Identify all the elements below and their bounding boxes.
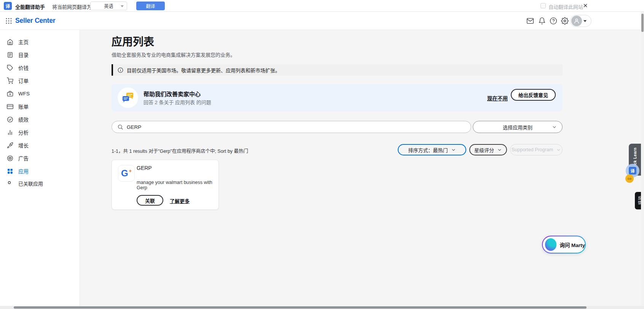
ask-marty-label: 询问 Marty — [560, 241, 585, 249]
chat-bubbles-icon — [118, 87, 138, 108]
close-icon[interactable]: ✕ — [582, 2, 589, 10]
feedback-title: 帮助我们改善卖家中心 — [143, 90, 201, 98]
sidebar-item-performance[interactable]: 绩效 — [0, 113, 80, 126]
price-tag-icon — [7, 65, 13, 71]
sidebar-item-label: 增长 — [18, 141, 29, 149]
sidebar-item-growth[interactable]: 增长 — [0, 139, 80, 152]
gear-icon[interactable] — [561, 17, 569, 25]
apps-icon — [7, 168, 13, 174]
vertical-scrollbar-thumb[interactable] — [641, 14, 644, 32]
category-dropdown-label: 选择应用类别 — [503, 124, 532, 131]
catalog-icon — [7, 52, 13, 58]
sidebar-item-ads[interactable]: 广告 — [0, 152, 80, 165]
sidebar-item-label: 订单 — [18, 77, 29, 84]
search-input[interactable] — [127, 121, 471, 133]
sidebar-item-label: 绩效 — [18, 116, 29, 123]
vertical-scrollbar[interactable] — [641, 12, 644, 306]
gauge-icon — [7, 116, 13, 123]
learn-more-link[interactable]: 了解更多 — [170, 197, 190, 204]
connect-button[interactable]: 关联 — [137, 195, 163, 206]
sidebar-item-label: 应用 — [18, 167, 29, 175]
account-menu[interactable] — [570, 15, 591, 27]
sidebar-item-home[interactable]: 主页 — [0, 35, 80, 48]
sidebar-item-label: 价钱 — [18, 64, 29, 71]
ask-marty-button[interactable]: 询问 Marty — [542, 236, 586, 254]
sidebar-item-label: 账单 — [18, 103, 29, 110]
gerp-logo: G + — [118, 165, 135, 182]
sort-dropdown-label: 排序方式：最热门 — [408, 146, 448, 154]
translate-target-label: 将当前网页翻译为: — [52, 3, 93, 10]
sort-dropdown[interactable]: 排序方式：最热门 — [398, 144, 466, 155]
horizontal-scrollbar[interactable] — [0, 306, 644, 309]
page-title: 应用列表 — [112, 33, 154, 49]
language-select[interactable]: 英语 — [90, 2, 127, 10]
avatar — [571, 16, 582, 26]
app-search — [112, 121, 471, 133]
sidebar-item-analytics[interactable]: 分析 — [0, 126, 80, 139]
chevron-down-icon — [451, 147, 456, 152]
sidebar-item-pricing[interactable]: 价钱 — [0, 61, 80, 74]
sidebar-item-label: 广告 — [18, 154, 29, 162]
caret-down-icon — [583, 20, 587, 22]
horizontal-scrollbar-thumb[interactable] — [14, 306, 587, 309]
help-icon[interactable] — [550, 17, 557, 25]
chevron-down-icon — [556, 147, 561, 152]
notice-text: 目前仅适用于美国市场。敬请留意更多更新、应用列表和新市场扩张。 — [127, 67, 280, 74]
sidebar-item-catalog[interactable]: 目录 — [0, 48, 80, 61]
chevron-down-icon — [497, 147, 502, 152]
coin-badge[interactable]: co — [625, 174, 634, 183]
sidebar-item-billing[interactable]: 账单 — [0, 100, 80, 113]
gerp-logo-glyph: G — [121, 168, 128, 179]
info-icon — [118, 67, 123, 73]
sidebar-item-wfs[interactable]: WFS — [0, 87, 80, 100]
sidebar-item-label: 分析 — [18, 128, 29, 136]
sidebar-item-orders[interactable]: 订单 — [0, 74, 80, 87]
search-icon — [117, 124, 123, 130]
app-card-gerp: G + GERP manage your walmart business wi… — [112, 160, 219, 210]
sidebar-item-label: 已关联应用 — [18, 180, 43, 187]
app-name: GERP — [137, 165, 152, 171]
sidebar: 主页 目录 价钱 订单 WFS 账单 绩效 分析 — [0, 30, 80, 306]
feedback-card: 帮助我们改善卖家中心 回答 2 条关于 应用列表 的问题 现在不用 给出反馈意见 — [112, 84, 563, 111]
marty-orb-icon — [545, 238, 556, 251]
caret-down-icon — [121, 5, 124, 7]
seller-center-header: Seller Center — [0, 12, 644, 30]
translate-logo-icon: 译 — [4, 2, 12, 10]
circle-icon — [7, 180, 13, 187]
target-icon — [7, 155, 13, 162]
apps-grid-icon[interactable] — [5, 17, 12, 24]
supported-program-label: Supported Program — [512, 147, 553, 152]
notice-banner: 目前仅适用于美国市场。敬请留意更多更新、应用列表和新市场扩张。 — [112, 64, 563, 76]
page: 译 全能翻译助手 将当前网页翻译为: 英语 翻译 自动翻译此网站 ✕ Selle… — [0, 0, 644, 309]
app-description: manage your walmart business with Gerp — [137, 180, 218, 190]
translate-toolbar-title: 全能翻译助手 — [15, 3, 45, 10]
bell-icon[interactable] — [538, 17, 546, 25]
brand-logo[interactable]: Seller Center — [15, 17, 55, 25]
rocket-icon — [7, 142, 13, 149]
supported-program-dropdown: Supported Program — [510, 144, 563, 155]
gerp-logo-plus: + — [129, 168, 132, 174]
feedback-dismiss-link[interactable]: 现在不用 — [487, 94, 508, 102]
category-dropdown[interactable]: 选择应用类别 — [473, 121, 563, 133]
billing-card-icon — [7, 103, 13, 110]
translate-float-icon: 译 — [629, 167, 636, 174]
chevron-down-icon — [552, 125, 557, 130]
page-subtitle: 借助全套服务及专业的电商集成解决方案发展您的业务。 — [112, 51, 235, 58]
rating-dropdown[interactable]: 星级评分 — [469, 144, 507, 155]
give-feedback-button[interactable]: 给出反馈意见 — [511, 89, 556, 101]
sidebar-item-label: 目录 — [18, 51, 29, 59]
auto-translate-label: 自动翻译此网站 — [548, 3, 583, 10]
box-icon — [7, 90, 13, 97]
sidebar-item-apps[interactable]: 应用 — [0, 165, 80, 177]
cart-icon — [7, 78, 13, 84]
mail-icon[interactable] — [526, 17, 534, 25]
home-icon — [7, 39, 13, 45]
auto-translate-checkbox[interactable] — [540, 3, 546, 8]
bar-chart-icon — [7, 129, 13, 136]
language-value: 英语 — [104, 3, 113, 9]
sidebar-item-connected-apps[interactable]: 已关联应用 — [0, 177, 80, 189]
sidebar-item-label: WFS — [18, 91, 30, 97]
results-summary: 1-1，共 1 results 对于"Gerp"在应用程序商店个中; Sort … — [112, 147, 248, 154]
translate-button[interactable]: 翻译 — [136, 2, 165, 10]
translate-toolbar: 译 全能翻译助手 将当前网页翻译为: 英语 翻译 自动翻译此网站 ✕ — [0, 0, 644, 12]
